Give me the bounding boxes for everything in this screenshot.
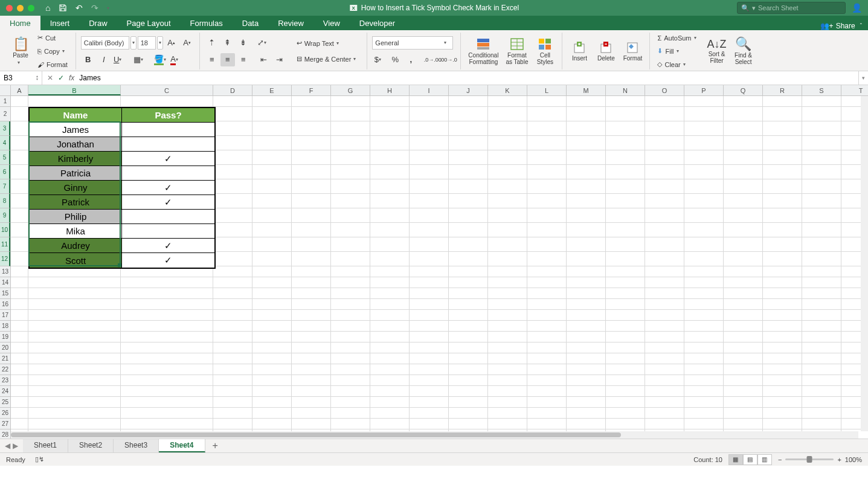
row-header-10[interactable]: 10: [0, 223, 10, 237]
cell-Q22[interactable]: [724, 364, 763, 375]
cell-R16[interactable]: [763, 299, 802, 310]
cell-I11[interactable]: [410, 237, 449, 252]
row-header-9[interactable]: 9: [0, 208, 10, 223]
cell-M14[interactable]: [567, 277, 606, 288]
cell-E21[interactable]: [252, 353, 292, 364]
cell-L27[interactable]: [527, 419, 567, 429]
cell-B1[interactable]: [28, 96, 121, 107]
cell-G4[interactable]: [331, 136, 370, 150]
cell-R20[interactable]: [763, 342, 802, 353]
cell-S27[interactable]: [802, 419, 841, 429]
cell-K5[interactable]: [488, 150, 527, 165]
cell-D11[interactable]: [213, 237, 252, 252]
cell-L12[interactable]: [527, 252, 567, 266]
cell-P12[interactable]: [684, 252, 724, 266]
cell-F26[interactable]: [292, 408, 331, 419]
format-cells-button[interactable]: Format: [620, 39, 645, 63]
cell-G2[interactable]: [331, 107, 370, 121]
decrease-decimal-button[interactable]: .00→.0: [441, 53, 455, 66]
cell-N1[interactable]: [606, 96, 645, 107]
cell-L5[interactable]: [527, 150, 567, 165]
cell-K19[interactable]: [488, 332, 527, 342]
cell-M1[interactable]: [567, 96, 606, 107]
table-cell-pass-1[interactable]: [122, 137, 214, 152]
cell-I23[interactable]: [410, 375, 449, 386]
cell-A19[interactable]: [11, 332, 28, 342]
cell-I7[interactable]: [410, 179, 449, 194]
row-header-14[interactable]: 14: [0, 277, 10, 288]
cell-P17[interactable]: [684, 310, 724, 321]
cell-K22[interactable]: [488, 364, 527, 375]
cell-M11[interactable]: [567, 237, 606, 252]
cell-O26[interactable]: [645, 408, 684, 419]
cell-E24[interactable]: [252, 386, 292, 397]
cell-D27[interactable]: [213, 419, 252, 429]
cell-E10[interactable]: [252, 223, 292, 237]
row-header-27[interactable]: 27: [0, 419, 10, 429]
autosum-button[interactable]: ΣAutoSum▾: [655, 32, 702, 44]
undo-icon[interactable]: ↶: [76, 3, 83, 13]
cell-A10[interactable]: [11, 223, 28, 237]
cell-D5[interactable]: [213, 150, 252, 165]
cell-I14[interactable]: [410, 277, 449, 288]
column-header-J[interactable]: J: [449, 85, 488, 95]
cell-K7[interactable]: [488, 179, 527, 194]
cell-G25[interactable]: [331, 397, 370, 408]
column-header-Q[interactable]: Q: [724, 85, 763, 95]
cell-Q7[interactable]: [724, 179, 763, 194]
cell-A13[interactable]: [11, 266, 28, 277]
cell-Q17[interactable]: [724, 310, 763, 321]
cell-M9[interactable]: [567, 208, 606, 223]
cell-G19[interactable]: [331, 332, 370, 342]
cell-H7[interactable]: [370, 179, 410, 194]
cell-R27[interactable]: [763, 419, 802, 429]
table-cell-name-5[interactable]: Patrick: [30, 195, 122, 210]
cell-N11[interactable]: [606, 237, 645, 252]
row-header-23[interactable]: 23: [0, 375, 10, 386]
cell-R26[interactable]: [763, 408, 802, 419]
sheet-tab-sheet1[interactable]: Sheet1: [23, 439, 68, 452]
cell-G12[interactable]: [331, 252, 370, 266]
cell-F3[interactable]: [292, 121, 331, 136]
format-painter-button[interactable]: 🖌Format: [35, 59, 71, 71]
cell-L6[interactable]: [527, 165, 567, 179]
cell-G11[interactable]: [331, 237, 370, 252]
cell-C26[interactable]: [121, 408, 213, 419]
cell-S5[interactable]: [802, 150, 841, 165]
column-header-I[interactable]: I: [410, 85, 449, 95]
cell-M5[interactable]: [567, 150, 606, 165]
cell-P24[interactable]: [684, 386, 724, 397]
table-cell-pass-0[interactable]: [122, 123, 214, 137]
cell-C20[interactable]: [121, 342, 213, 353]
copy-button[interactable]: ⎘Copy▾: [35, 45, 71, 57]
cell-N26[interactable]: [606, 408, 645, 419]
cell-F21[interactable]: [292, 353, 331, 364]
cell-K21[interactable]: [488, 353, 527, 364]
paste-button[interactable]: 📋 Paste ▾: [8, 36, 33, 66]
cell-P13[interactable]: [684, 266, 724, 277]
cell-P15[interactable]: [684, 288, 724, 299]
cell-J24[interactable]: [449, 386, 488, 397]
increase-decimal-button[interactable]: .0→.00: [425, 53, 440, 66]
cell-G21[interactable]: [331, 353, 370, 364]
cell-Q24[interactable]: [724, 386, 763, 397]
table-cell-pass-9[interactable]: ✓: [122, 253, 214, 268]
increase-font-button[interactable]: A▴: [164, 36, 179, 50]
cell-A21[interactable]: [11, 353, 28, 364]
font-color-button[interactable]: A▾: [169, 53, 184, 66]
row-header-11[interactable]: 11: [0, 237, 10, 252]
bold-button[interactable]: B: [81, 53, 95, 66]
cell-L24[interactable]: [527, 386, 567, 397]
column-header-C[interactable]: C: [121, 85, 213, 95]
cell-S24[interactable]: [802, 386, 841, 397]
cell-I9[interactable]: [410, 208, 449, 223]
cell-G14[interactable]: [331, 277, 370, 288]
cell-K24[interactable]: [488, 386, 527, 397]
cell-P20[interactable]: [684, 342, 724, 353]
cell-K20[interactable]: [488, 342, 527, 353]
font-name-select[interactable]: Calibri (Body): [81, 36, 129, 50]
cell-N24[interactable]: [606, 386, 645, 397]
cell-O16[interactable]: [645, 299, 684, 310]
table-cell-pass-4[interactable]: ✓: [122, 181, 214, 195]
cell-E9[interactable]: [252, 208, 292, 223]
